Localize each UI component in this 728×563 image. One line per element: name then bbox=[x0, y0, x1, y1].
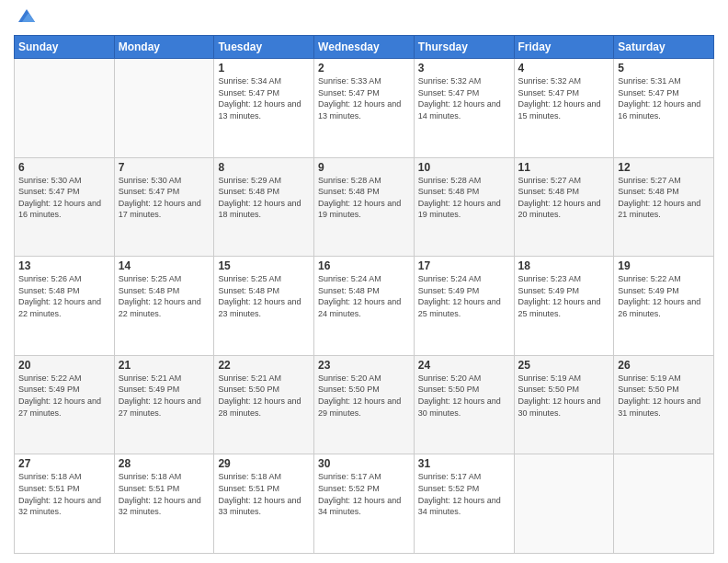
day-number: 6 bbox=[18, 161, 110, 174]
header bbox=[14, 9, 714, 29]
day-info: Sunrise: 5:17 AM Sunset: 5:52 PM Dayligh… bbox=[318, 471, 410, 517]
calendar-cell: 2Sunrise: 5:33 AM Sunset: 5:47 PM Daylig… bbox=[314, 59, 415, 158]
day-number: 31 bbox=[418, 457, 510, 470]
calendar-cell: 12Sunrise: 5:27 AM Sunset: 5:48 PM Dayli… bbox=[614, 157, 714, 257]
calendar-cell: 15Sunrise: 5:25 AM Sunset: 5:48 PM Dayli… bbox=[214, 257, 314, 356]
calendar-cell: 26Sunrise: 5:19 AM Sunset: 5:50 PM Dayli… bbox=[614, 355, 714, 454]
calendar-cell: 31Sunrise: 5:17 AM Sunset: 5:52 PM Dayli… bbox=[414, 454, 514, 554]
calendar-cell: 22Sunrise: 5:21 AM Sunset: 5:50 PM Dayli… bbox=[214, 355, 314, 454]
calendar-cell: 11Sunrise: 5:27 AM Sunset: 5:48 PM Dayli… bbox=[514, 157, 614, 257]
day-number: 14 bbox=[119, 259, 210, 272]
page: SundayMondayTuesdayWednesdayThursdayFrid… bbox=[0, 0, 728, 563]
day-number: 18 bbox=[518, 259, 610, 272]
calendar-cell: 5Sunrise: 5:31 AM Sunset: 5:47 PM Daylig… bbox=[614, 59, 714, 158]
weekday-row: SundayMondayTuesdayWednesdayThursdayFrid… bbox=[15, 36, 714, 59]
calendar-cell: 17Sunrise: 5:24 AM Sunset: 5:49 PM Dayli… bbox=[414, 257, 514, 356]
calendar-cell: 16Sunrise: 5:24 AM Sunset: 5:48 PM Dayli… bbox=[314, 257, 415, 356]
calendar-cell: 7Sunrise: 5:30 AM Sunset: 5:47 PM Daylig… bbox=[114, 157, 214, 257]
day-number: 9 bbox=[318, 161, 410, 174]
day-number: 2 bbox=[318, 62, 410, 75]
calendar-week-row: 13Sunrise: 5:26 AM Sunset: 5:48 PM Dayli… bbox=[15, 257, 714, 356]
weekday-header: Monday bbox=[114, 36, 214, 59]
day-number: 16 bbox=[318, 259, 410, 272]
calendar-week-row: 27Sunrise: 5:18 AM Sunset: 5:51 PM Dayli… bbox=[15, 454, 714, 554]
day-info: Sunrise: 5:28 AM Sunset: 5:48 PM Dayligh… bbox=[418, 175, 510, 221]
day-number: 10 bbox=[418, 161, 510, 174]
day-number: 1 bbox=[218, 62, 310, 75]
calendar-cell: 8Sunrise: 5:29 AM Sunset: 5:48 PM Daylig… bbox=[214, 157, 314, 257]
day-number: 13 bbox=[18, 259, 110, 272]
calendar-cell bbox=[614, 454, 714, 554]
day-info: Sunrise: 5:23 AM Sunset: 5:49 PM Dayligh… bbox=[518, 273, 610, 319]
day-info: Sunrise: 5:24 AM Sunset: 5:48 PM Dayligh… bbox=[318, 273, 410, 319]
day-info: Sunrise: 5:18 AM Sunset: 5:51 PM Dayligh… bbox=[218, 471, 310, 517]
calendar-header: SundayMondayTuesdayWednesdayThursdayFrid… bbox=[15, 36, 714, 59]
day-info: Sunrise: 5:20 AM Sunset: 5:50 PM Dayligh… bbox=[418, 373, 510, 419]
day-number: 22 bbox=[218, 359, 310, 372]
day-info: Sunrise: 5:18 AM Sunset: 5:51 PM Dayligh… bbox=[119, 471, 210, 517]
calendar-cell: 18Sunrise: 5:23 AM Sunset: 5:49 PM Dayli… bbox=[514, 257, 614, 356]
day-number: 21 bbox=[119, 359, 210, 372]
day-number: 28 bbox=[119, 457, 210, 470]
calendar-cell: 24Sunrise: 5:20 AM Sunset: 5:50 PM Dayli… bbox=[414, 355, 514, 454]
calendar-cell: 9Sunrise: 5:28 AM Sunset: 5:48 PM Daylig… bbox=[314, 157, 415, 257]
day-number: 7 bbox=[119, 161, 210, 174]
day-number: 12 bbox=[618, 161, 710, 174]
calendar-cell: 6Sunrise: 5:30 AM Sunset: 5:47 PM Daylig… bbox=[15, 157, 115, 257]
day-number: 11 bbox=[518, 161, 610, 174]
calendar-cell bbox=[514, 454, 614, 554]
calendar-cell bbox=[15, 59, 115, 158]
calendar-cell: 30Sunrise: 5:17 AM Sunset: 5:52 PM Dayli… bbox=[314, 454, 415, 554]
weekday-header: Saturday bbox=[614, 36, 714, 59]
day-number: 8 bbox=[218, 161, 310, 174]
day-info: Sunrise: 5:20 AM Sunset: 5:50 PM Dayligh… bbox=[318, 373, 410, 419]
day-info: Sunrise: 5:24 AM Sunset: 5:49 PM Dayligh… bbox=[418, 273, 510, 319]
day-number: 24 bbox=[418, 359, 510, 372]
day-info: Sunrise: 5:28 AM Sunset: 5:48 PM Dayligh… bbox=[318, 175, 410, 221]
day-info: Sunrise: 5:31 AM Sunset: 5:47 PM Dayligh… bbox=[618, 75, 710, 121]
calendar-cell: 20Sunrise: 5:22 AM Sunset: 5:49 PM Dayli… bbox=[15, 355, 115, 454]
day-info: Sunrise: 5:17 AM Sunset: 5:52 PM Dayligh… bbox=[418, 471, 510, 517]
day-info: Sunrise: 5:30 AM Sunset: 5:47 PM Dayligh… bbox=[119, 175, 210, 221]
calendar-week-row: 1Sunrise: 5:34 AM Sunset: 5:47 PM Daylig… bbox=[15, 59, 714, 158]
day-info: Sunrise: 5:18 AM Sunset: 5:51 PM Dayligh… bbox=[18, 471, 110, 517]
calendar-cell: 19Sunrise: 5:22 AM Sunset: 5:49 PM Dayli… bbox=[614, 257, 714, 356]
day-number: 27 bbox=[18, 457, 110, 470]
day-number: 30 bbox=[318, 457, 410, 470]
weekday-header: Wednesday bbox=[314, 36, 415, 59]
day-info: Sunrise: 5:21 AM Sunset: 5:50 PM Dayligh… bbox=[218, 373, 310, 419]
calendar-cell: 29Sunrise: 5:18 AM Sunset: 5:51 PM Dayli… bbox=[214, 454, 314, 554]
logo bbox=[14, 9, 37, 29]
day-info: Sunrise: 5:27 AM Sunset: 5:48 PM Dayligh… bbox=[618, 175, 710, 221]
day-info: Sunrise: 5:26 AM Sunset: 5:48 PM Dayligh… bbox=[18, 273, 110, 319]
day-info: Sunrise: 5:25 AM Sunset: 5:48 PM Dayligh… bbox=[119, 273, 210, 319]
calendar-cell: 10Sunrise: 5:28 AM Sunset: 5:48 PM Dayli… bbox=[414, 157, 514, 257]
weekday-header: Thursday bbox=[414, 36, 514, 59]
calendar-cell: 13Sunrise: 5:26 AM Sunset: 5:48 PM Dayli… bbox=[15, 257, 115, 356]
calendar-cell: 21Sunrise: 5:21 AM Sunset: 5:49 PM Dayli… bbox=[114, 355, 214, 454]
calendar-cell: 4Sunrise: 5:32 AM Sunset: 5:47 PM Daylig… bbox=[514, 59, 614, 158]
calendar-cell: 14Sunrise: 5:25 AM Sunset: 5:48 PM Dayli… bbox=[114, 257, 214, 356]
day-number: 29 bbox=[218, 457, 310, 470]
day-info: Sunrise: 5:33 AM Sunset: 5:47 PM Dayligh… bbox=[318, 75, 410, 121]
day-info: Sunrise: 5:34 AM Sunset: 5:47 PM Dayligh… bbox=[218, 75, 310, 121]
weekday-header: Sunday bbox=[15, 36, 115, 59]
calendar-cell: 28Sunrise: 5:18 AM Sunset: 5:51 PM Dayli… bbox=[114, 454, 214, 554]
day-info: Sunrise: 5:22 AM Sunset: 5:49 PM Dayligh… bbox=[618, 273, 710, 319]
day-number: 5 bbox=[618, 62, 710, 75]
day-number: 19 bbox=[618, 259, 710, 272]
calendar-table: SundayMondayTuesdayWednesdayThursdayFrid… bbox=[14, 35, 714, 554]
logo-icon bbox=[17, 6, 37, 26]
calendar-cell bbox=[114, 59, 214, 158]
day-info: Sunrise: 5:27 AM Sunset: 5:48 PM Dayligh… bbox=[518, 175, 610, 221]
weekday-header: Tuesday bbox=[214, 36, 314, 59]
day-info: Sunrise: 5:32 AM Sunset: 5:47 PM Dayligh… bbox=[518, 75, 610, 121]
day-number: 3 bbox=[418, 62, 510, 75]
day-info: Sunrise: 5:19 AM Sunset: 5:50 PM Dayligh… bbox=[618, 373, 710, 419]
day-number: 26 bbox=[618, 359, 710, 372]
calendar-cell: 3Sunrise: 5:32 AM Sunset: 5:47 PM Daylig… bbox=[414, 59, 514, 158]
day-info: Sunrise: 5:25 AM Sunset: 5:48 PM Dayligh… bbox=[218, 273, 310, 319]
day-number: 15 bbox=[218, 259, 310, 272]
calendar-cell: 27Sunrise: 5:18 AM Sunset: 5:51 PM Dayli… bbox=[15, 454, 115, 554]
day-number: 20 bbox=[18, 359, 110, 372]
